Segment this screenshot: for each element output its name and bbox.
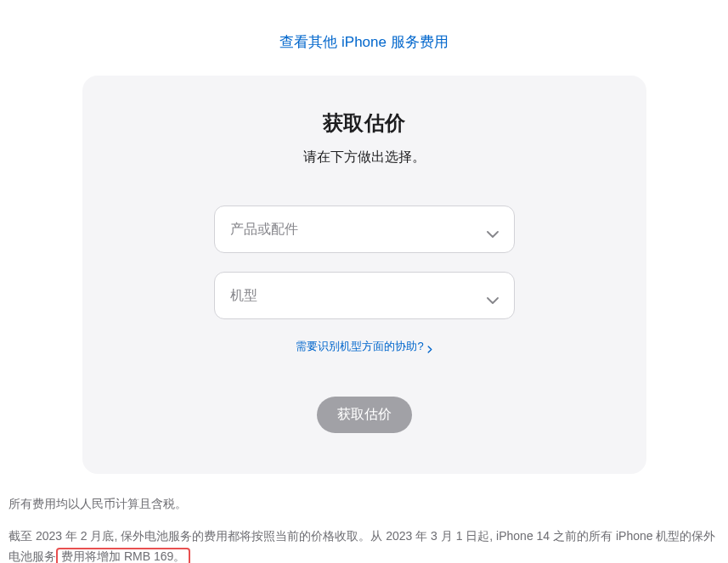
- model-select[interactable]: 机型: [214, 272, 515, 319]
- product-select[interactable]: 产品或配件: [214, 205, 515, 253]
- identify-model-help-link[interactable]: 需要识别机型方面的协助?: [296, 339, 432, 354]
- footer-line-1: 所有费用均以人民币计算且含税。: [8, 494, 720, 515]
- footer-disclaimer: 所有费用均以人民币计算且含税。 截至 2023 年 2 月底, 保外电池服务的费…: [8, 494, 720, 563]
- card-title: 获取估价: [116, 110, 612, 137]
- footer-line-2: 截至 2023 年 2 月底, 保外电池服务的费用都将按照当前的价格收取。从 2…: [8, 526, 720, 563]
- card-subtitle: 请在下方做出选择。: [116, 149, 612, 166]
- chevron-down-icon: [487, 292, 499, 299]
- get-estimate-button[interactable]: 获取估价: [317, 397, 412, 433]
- chevron-right-icon: [427, 343, 432, 351]
- chevron-down-icon: [487, 226, 499, 233]
- model-select-placeholder: 机型: [230, 287, 257, 305]
- product-select-placeholder: 产品或配件: [230, 221, 298, 239]
- estimate-card: 获取估价 请在下方做出选择。 产品或配件 机型 需要识别机型方面的协助? 获取估…: [82, 76, 646, 474]
- price-increase-annotation: 费用将增加 RMB 169。: [56, 548, 190, 563]
- help-link-label: 需要识别机型方面的协助?: [296, 339, 423, 354]
- view-other-service-fees-link[interactable]: 查看其他 iPhone 服务费用: [279, 34, 448, 50]
